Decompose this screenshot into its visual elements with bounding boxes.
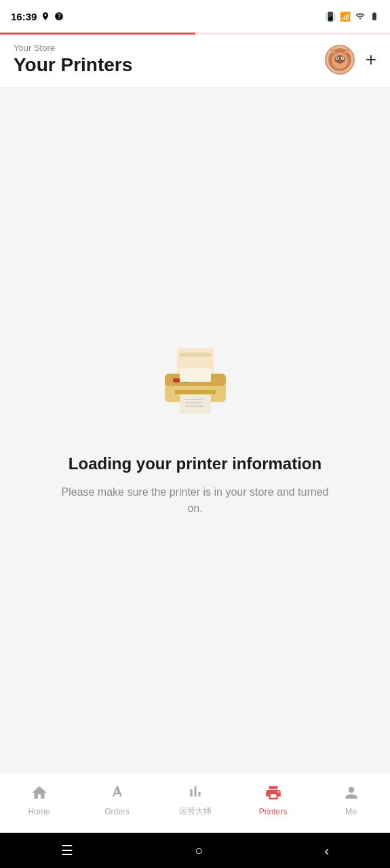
tab-bar: Home Orders 运营大师 Printers Me [0, 772, 390, 833]
printer-svg [151, 343, 239, 418]
svg-rect-13 [180, 353, 211, 357]
main-content: Loading your printer information Please … [0, 87, 390, 772]
header-right: + [325, 45, 376, 75]
svg-point-10 [341, 57, 343, 58]
loading-subtitle: Please make sure the printer is in your … [60, 484, 331, 517]
add-button[interactable]: + [366, 50, 376, 69]
store-label: Your Store [14, 43, 132, 53]
avatar-image [327, 47, 353, 73]
android-nav-bar: ☰ ○ ‹ [0, 833, 390, 868]
yunying-icon [187, 783, 204, 803]
battery-icon [370, 12, 379, 21]
orders-icon [109, 784, 126, 804]
location-icon [41, 12, 50, 21]
android-menu-btn[interactable]: ☰ [61, 842, 73, 859]
tab-yunying[interactable]: 运营大师 [156, 777, 234, 823]
tab-orders[interactable]: Orders [78, 778, 156, 822]
help-icon [54, 12, 64, 21]
time-display: 16:39 [11, 11, 37, 22]
tab-orders-label: Orders [104, 807, 130, 816]
home-icon [31, 784, 48, 804]
tab-home[interactable]: Home [0, 778, 78, 822]
tab-printers-label: Printers [259, 807, 287, 816]
tab-yunying-label: 运营大师 [179, 806, 212, 817]
tab-me[interactable]: Me [312, 778, 390, 822]
header-left: Your Store Your Printers [14, 43, 132, 76]
svg-rect-23 [180, 395, 211, 414]
printer-illustration [151, 343, 239, 420]
svg-rect-16 [173, 378, 180, 382]
header: Your Store Your Printers [0, 35, 390, 87]
svg-point-11 [338, 60, 340, 62]
me-icon [343, 784, 360, 804]
svg-rect-18 [175, 390, 216, 394]
page-title: Your Printers [14, 54, 132, 76]
signal-icon: 📶 [340, 12, 351, 22]
status-icons: 📳 📶 [325, 12, 379, 22]
android-back-btn[interactable]: ‹ [325, 843, 330, 859]
tab-home-label: Home [28, 807, 50, 816]
wifi-icon [355, 12, 366, 21]
loading-title: Loading your printer information [60, 454, 331, 473]
message-section: Loading your printer information Please … [60, 454, 331, 517]
tab-printers[interactable]: Printers [234, 778, 312, 822]
avatar[interactable] [325, 45, 355, 75]
svg-rect-19 [180, 368, 211, 382]
status-time: 16:39 [11, 11, 64, 22]
printers-icon [265, 784, 282, 804]
vibrate-icon: 📳 [325, 12, 336, 22]
svg-point-9 [336, 57, 338, 58]
status-bar: 16:39 📳 📶 [0, 0, 390, 33]
tab-me-label: Me [345, 807, 357, 816]
android-home-btn[interactable]: ○ [195, 843, 203, 859]
